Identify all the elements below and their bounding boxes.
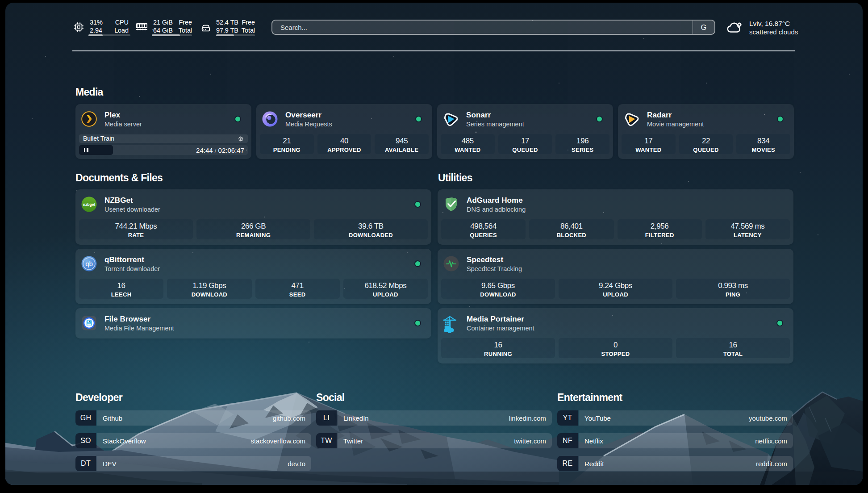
svg-text:nzbget: nzbget xyxy=(83,202,96,207)
svg-text:qb: qb xyxy=(85,260,93,267)
